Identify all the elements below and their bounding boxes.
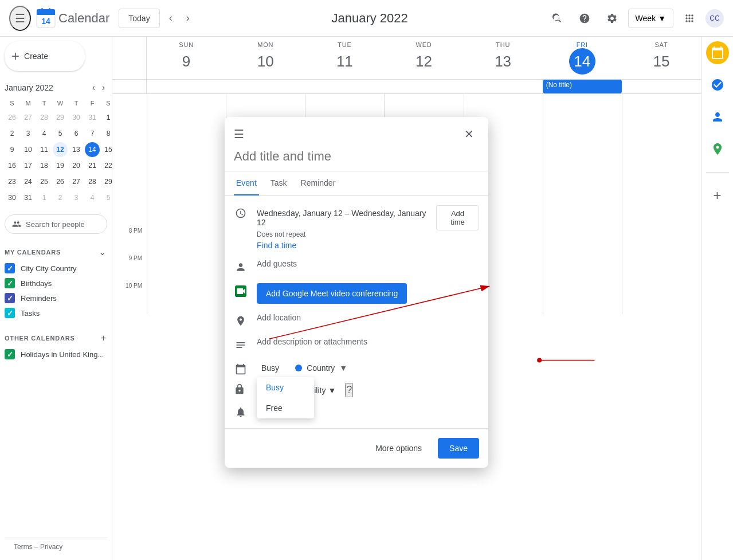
create-button[interactable]: + Create bbox=[5, 41, 85, 71]
mini-cal-day[interactable]: 2 bbox=[5, 126, 19, 141]
mini-cal-day[interactable]: 9 bbox=[5, 142, 19, 157]
status-dropdown[interactable]: Busy Busy Free bbox=[257, 361, 284, 375]
mini-cal-day[interactable]: 26 bbox=[5, 110, 19, 125]
mini-cal-day[interactable]: 30 bbox=[69, 110, 84, 125]
event-dialog: ☰ ✕ Event Task Reminder bbox=[225, 117, 488, 468]
mini-cal-day[interactable]: 5 bbox=[101, 190, 112, 205]
tab-event[interactable]: Event bbox=[234, 171, 259, 195]
description-content[interactable]: Add description or attachments bbox=[257, 337, 479, 346]
mini-cal-day[interactable]: 21 bbox=[85, 158, 100, 173]
right-panel-calendar-icon[interactable] bbox=[706, 41, 729, 64]
right-panel-checkmark-icon[interactable] bbox=[706, 73, 729, 96]
help-button[interactable] bbox=[573, 7, 596, 30]
terms-link[interactable]: Terms bbox=[14, 543, 33, 551]
visibility-help-button[interactable]: ? bbox=[345, 383, 353, 397]
mini-cal-day[interactable]: 3 bbox=[69, 190, 84, 205]
mini-cal-day-header-t2: T bbox=[69, 97, 84, 109]
mini-cal-day[interactable]: 7 bbox=[85, 126, 100, 141]
mini-cal-day[interactable]: 23 bbox=[5, 174, 19, 189]
mini-cal-day[interactable]: 1 bbox=[101, 110, 112, 125]
mini-cal-day[interactable]: 5 bbox=[53, 126, 68, 141]
mini-cal-day[interactable]: 1 bbox=[37, 190, 52, 205]
calendar-item-tasks[interactable]: ✓ Tasks bbox=[5, 306, 107, 320]
mini-cal-day[interactable]: 31 bbox=[85, 110, 100, 125]
right-panel-plus-icon[interactable]: + bbox=[706, 184, 729, 207]
mini-cal-day[interactable]: 28 bbox=[85, 174, 100, 189]
calendar-chevron-icon[interactable]: ▼ bbox=[339, 363, 347, 373]
mini-cal-day-today[interactable]: 14 bbox=[85, 142, 100, 157]
other-calendars-add[interactable]: + bbox=[100, 332, 107, 344]
mini-cal-day[interactable]: 28 bbox=[37, 110, 52, 125]
privacy-link[interactable]: Privacy bbox=[40, 543, 62, 551]
mini-cal-day[interactable]: 19 bbox=[53, 158, 68, 173]
calendar-item-birthdays[interactable]: ✓ Birthdays bbox=[5, 276, 107, 291]
tab-task[interactable]: Task bbox=[268, 171, 289, 195]
right-panel-person-icon[interactable] bbox=[706, 105, 729, 128]
avatar[interactable]: CC bbox=[705, 9, 724, 28]
calendar-item-city[interactable]: ✓ City City Country bbox=[5, 261, 107, 276]
mini-cal-day[interactable]: 16 bbox=[5, 158, 19, 173]
status-select-display[interactable]: Busy bbox=[257, 361, 284, 375]
mini-cal-day[interactable]: 20 bbox=[69, 158, 84, 173]
mini-cal-day[interactable]: 8 bbox=[101, 126, 112, 141]
today-button[interactable]: Today bbox=[119, 9, 159, 28]
date-content: Wednesday, January 12 – Wednesday, Janua… bbox=[257, 205, 479, 250]
svg-rect-2 bbox=[37, 13, 55, 15]
status-option-free[interactable]: Free bbox=[257, 398, 314, 418]
view-selector[interactable]: Week ▼ bbox=[628, 9, 673, 28]
mini-cal-day[interactable]: 31 bbox=[21, 190, 36, 205]
mini-cal-day-selected[interactable]: 12 bbox=[53, 142, 68, 157]
mini-cal-day[interactable]: 29 bbox=[53, 110, 68, 125]
hamburger-menu[interactable]: ☰ bbox=[9, 6, 31, 31]
mini-cal-day[interactable]: 29 bbox=[101, 174, 112, 189]
calendar-item-reminders[interactable]: ✓ Reminders bbox=[5, 291, 107, 306]
mini-cal-day[interactable]: 3 bbox=[21, 126, 36, 141]
next-arrow[interactable]: › bbox=[182, 7, 194, 29]
mini-cal-day[interactable]: 2 bbox=[53, 190, 68, 205]
my-calendars-chevron[interactable]: ⌄ bbox=[97, 245, 107, 259]
mini-cal-day[interactable]: 24 bbox=[21, 174, 36, 189]
mini-cal-day[interactable]: 26 bbox=[53, 174, 68, 189]
meet-button[interactable]: Add Google Meet video conferencing bbox=[257, 283, 407, 304]
mini-cal-day[interactable]: 4 bbox=[37, 126, 52, 141]
mini-cal-day[interactable]: 13 bbox=[69, 142, 84, 157]
mini-cal-day[interactable]: 6 bbox=[69, 126, 84, 141]
mini-cal-day[interactable]: 17 bbox=[21, 158, 36, 173]
mini-cal-day[interactable]: 27 bbox=[69, 174, 84, 189]
prev-arrow[interactable]: ‹ bbox=[164, 7, 177, 29]
right-panel-maps-icon[interactable] bbox=[706, 138, 729, 160]
mini-cal-day[interactable]: 18 bbox=[37, 158, 52, 173]
mini-cal-day[interactable]: 22 bbox=[101, 158, 112, 173]
status-option-busy[interactable]: Busy bbox=[257, 377, 314, 398]
mini-cal-next[interactable]: › bbox=[100, 80, 107, 95]
find-time-link[interactable]: Find a time bbox=[257, 241, 479, 250]
svg-point-10 bbox=[537, 358, 542, 362]
guests-content[interactable]: Add guests bbox=[257, 259, 479, 268]
mini-cal-day[interactable]: 11 bbox=[37, 142, 52, 157]
mini-cal-day-header-m: M bbox=[21, 97, 36, 109]
dialog-tabs: Event Task Reminder bbox=[225, 171, 488, 196]
mini-cal-day[interactable]: 15 bbox=[101, 142, 112, 157]
apps-button[interactable] bbox=[678, 7, 701, 30]
calendar-selector[interactable]: Country ▼ bbox=[295, 363, 347, 373]
more-options-button[interactable]: More options bbox=[366, 439, 431, 457]
mini-cal-day[interactable]: 27 bbox=[21, 110, 36, 125]
status-menu: Busy Free bbox=[257, 377, 314, 418]
mini-cal-day[interactable]: 30 bbox=[5, 190, 19, 205]
search-button[interactable] bbox=[546, 7, 569, 30]
dialog-close-button[interactable]: ✕ bbox=[458, 124, 479, 144]
tab-reminder[interactable]: Reminder bbox=[299, 171, 338, 195]
mini-cal-day[interactable]: 25 bbox=[37, 174, 52, 189]
mini-cal-day[interactable]: 4 bbox=[85, 190, 100, 205]
calendar-item-holidays[interactable]: ✓ Holidays in United King... bbox=[5, 347, 107, 362]
settings-button[interactable] bbox=[601, 7, 624, 30]
add-time-button[interactable]: Add time bbox=[436, 205, 479, 230]
app-logo[interactable]: 14 Calendar bbox=[36, 8, 109, 29]
location-content[interactable]: Add location bbox=[257, 313, 479, 322]
mini-cal-day[interactable]: 10 bbox=[21, 142, 36, 157]
search-people[interactable]: Search for people bbox=[5, 214, 107, 234]
save-button[interactable]: Save bbox=[438, 438, 479, 459]
mini-cal-prev[interactable]: ‹ bbox=[90, 80, 97, 95]
calendar-logo-icon: 14 bbox=[36, 8, 56, 29]
event-title-input[interactable] bbox=[225, 147, 488, 171]
